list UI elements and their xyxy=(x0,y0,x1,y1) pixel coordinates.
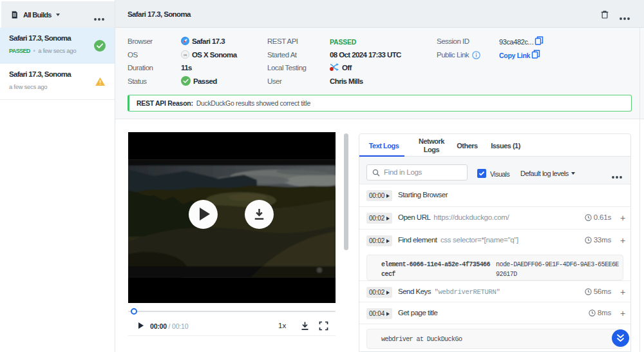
svg-text:os: os xyxy=(184,53,187,57)
